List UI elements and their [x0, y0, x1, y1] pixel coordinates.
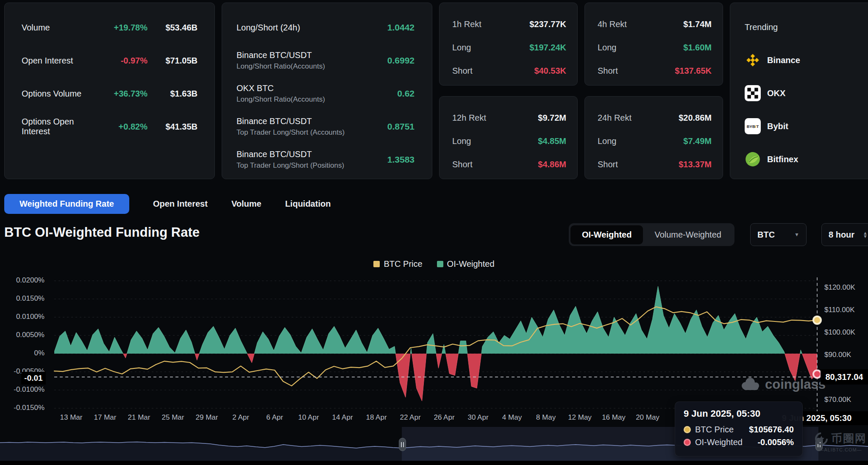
stat-label: Options Open Interest [22, 117, 97, 136]
tooltip-value: $105676.40 [749, 425, 794, 435]
trending-label: Bybit [767, 122, 788, 131]
x-axis-tick: 12 May [561, 413, 599, 422]
rekt-label: Long [452, 136, 538, 146]
price-axis-tick: $120.00K [824, 283, 868, 292]
coinglass-watermark: coinglass [740, 377, 826, 392]
funding-axis-tick: 0.0100% [0, 313, 45, 321]
x-axis-tick: 10 Apr [289, 413, 328, 422]
x-axis-tick: 22 Apr [391, 413, 429, 422]
symbol-select[interactable]: BTC ▼ [750, 223, 807, 246]
chart-legend: BTC PriceOI-Weighted [0, 259, 868, 269]
trending-item-bitfinex[interactable]: Bitfinex [730, 143, 868, 176]
rekt-label: Short [452, 160, 538, 169]
page-title: BTC OI-Weighted Funding Rate [4, 225, 200, 240]
rekt-card-24h: 24h Rekt$20.86MLong$7.49MShort$13.37M [584, 96, 723, 179]
rekt-value: $13.37M [679, 160, 712, 169]
long-short-ratio-card: Long/Short (24h)1.0442Binance BTC/USDTLo… [222, 3, 432, 179]
rekt-label: Long [598, 136, 683, 146]
price-axis-tick: $80.00K [824, 373, 868, 382]
trending-item-binance[interactable]: Binance [730, 44, 868, 77]
tab-volume[interactable]: Volume [231, 199, 262, 209]
chart-tooltip: 9 Jun 2025, 05:30 BTC Price $105676.40 O… [675, 401, 803, 457]
stat-change: +36.73% [97, 89, 147, 99]
rekt-card-1h: 1h Rekt$237.77KLong$197.24KShort$40.53K [439, 3, 578, 86]
legend-item[interactable]: OI-Weighted [437, 259, 495, 269]
ratio-row: OKX BTCLong/Short Ratio(Accounts)0.62 [222, 77, 432, 110]
bottom-strip [0, 461, 868, 465]
ratio-title: Long/Short (24h) [236, 23, 387, 33]
rekt-row: Long$1.60M [585, 36, 723, 59]
ratio-row: Long/Short (24h)1.0442 [222, 11, 432, 44]
trending-item-okx[interactable]: OKX [730, 77, 868, 110]
stepper-arrows-icon: ▲▼ [863, 231, 868, 238]
toggle-oi-weighted[interactable]: OI-Weighted [570, 225, 643, 244]
tab-liquidation[interactable]: Liquidation [285, 199, 331, 209]
chart-plot-area[interactable] [54, 275, 817, 419]
x-axis-tick: 6 Apr [256, 413, 294, 422]
ratio-title: OKX BTC [236, 83, 397, 93]
rekt-row: 24h Rekt$20.86M [585, 106, 723, 130]
rekt-value: $137.65K [675, 66, 712, 76]
svg-text:BYBIT: BYBIT [747, 124, 759, 129]
tab-open-interest[interactable]: Open Interest [153, 199, 208, 209]
funding-axis-tick: -0.0050% [0, 367, 45, 376]
x-axis-tick: 14 Apr [323, 413, 362, 422]
bybit-icon: BYBIT [745, 118, 761, 134]
ratio-titles: Long/Short (24h) [236, 23, 387, 33]
ratio-subtitle: Top Trader Long/Short (Accounts) [236, 128, 387, 137]
stat-value: $1.63B [147, 89, 198, 99]
x-axis-tick: 25 Mar [154, 413, 192, 422]
trending-title: Trending [730, 11, 868, 44]
btc-price-dot-icon [684, 426, 691, 433]
rekt-value: $1.60M [683, 43, 712, 53]
x-axis-tick: 17 Mar [86, 413, 124, 422]
ratio-value: 1.0442 [387, 22, 415, 33]
site-name: 币圈网 [831, 431, 867, 446]
trending-label: Bitfinex [767, 155, 798, 164]
x-axis-tick: 26 Apr [425, 413, 463, 422]
rekt-label: 1h Rekt [452, 19, 529, 29]
rekt-row: Short$4.86M [440, 153, 577, 176]
site-watermark: 币圈网 —ALIBTC.COM— [814, 431, 867, 452]
rekt-row: Short$13.37M [585, 153, 723, 176]
trending-label: OKX [767, 89, 785, 98]
funding-axis-tick: -0.0150% [0, 404, 45, 412]
legend-item[interactable]: BTC Price [373, 259, 422, 269]
rekt-value: $9.72M [538, 113, 566, 123]
x-axis-tick: 18 Apr [357, 413, 395, 422]
rekt-card-4h: 4h Rekt$1.74MLong$1.60MShort$137.65K [584, 3, 723, 86]
ratio-value: 0.6992 [387, 55, 415, 66]
x-axis-tick: 2 Apr [222, 413, 260, 422]
x-axis-tick: 4 May [493, 413, 531, 422]
rekt-row: Short$137.65K [585, 59, 723, 83]
rekt-label: Long [452, 43, 529, 53]
ratio-value: 1.3583 [387, 155, 415, 165]
tab-weighted-funding-rate[interactable]: Weighted Funding Rate [4, 194, 129, 214]
x-axis-tick: 21 Mar [120, 413, 158, 422]
tooltip-row-funding: OI-Weighted -0.0056% [684, 437, 794, 447]
rekt-card-12h: 12h Rekt$9.72MLong$4.85MShort$4.86M [439, 96, 578, 179]
rekt-value: $20.86M [679, 113, 712, 123]
rekt-value: $237.77K [529, 19, 566, 29]
oi-weighted-dot-icon [684, 439, 691, 446]
rekt-label: Short [598, 160, 679, 169]
rekt-label: Long [598, 43, 683, 53]
coinglass-funding-dashboard: { "colors": { "green": "#3fb68b", "red":… [0, 0, 868, 465]
x-axis-tick: 30 Apr [459, 413, 497, 422]
ratio-subtitle: Top Trader Long/Short (Positions) [236, 161, 387, 170]
stat-value: $41.35B [147, 122, 198, 132]
funding-axis-tick: 0.0200% [0, 276, 45, 285]
stat-row: Volume+19.78%$53.46B [5, 11, 214, 44]
toggle-volume-weighted[interactable]: Volume-Weighted [643, 225, 733, 244]
trending-item-bybit[interactable]: BYBITBybit [730, 110, 868, 143]
tooltip-label: OI-Weighted [695, 437, 743, 447]
navigator-left-handle[interactable] [399, 438, 406, 451]
legend-swatch-icon [373, 261, 380, 267]
ratio-titles: Binance BTC/USDTLong/Short Ratio(Account… [236, 50, 387, 71]
ratio-subtitle: Long/Short Ratio(Accounts) [236, 62, 387, 71]
rekt-row: 12h Rekt$9.72M [440, 106, 577, 130]
x-axis-tick: 13 Mar [52, 413, 90, 422]
rekt-label: Short [598, 66, 675, 76]
interval-select[interactable]: 8 hour ▲▼ [821, 223, 868, 246]
stat-row: Open Interest-0.97%$71.05B [5, 44, 214, 77]
